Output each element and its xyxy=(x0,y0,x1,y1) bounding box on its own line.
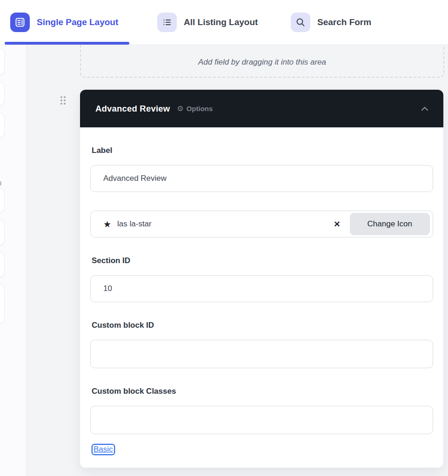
tab-label: Single Page Layout xyxy=(37,17,118,27)
section-title: Advanced Review xyxy=(95,104,170,114)
options-button[interactable]: ⚙ Options xyxy=(177,105,213,112)
tab-label: All Listing Layout xyxy=(184,17,258,27)
section-id-label: Section ID xyxy=(92,256,433,265)
advanced-review-section: Advanced Review ⚙ Options Label ★ las la… xyxy=(80,90,443,468)
sidebar-field-card[interactable] xyxy=(0,188,5,213)
section-body: Label ★ las la-star ✕ Change Icon Sectio… xyxy=(80,127,443,468)
gear-icon: ⚙ xyxy=(177,105,183,112)
tab-single-page-layout[interactable]: Single Page Layout xyxy=(10,13,118,32)
active-tab-underline xyxy=(5,42,129,45)
sidebar-field-card[interactable] xyxy=(0,284,5,324)
sidebar-field-card[interactable] xyxy=(0,219,5,245)
collapse-button[interactable] xyxy=(418,104,431,114)
tab-all-listing-layout[interactable]: All Listing Layout xyxy=(157,13,258,32)
single-page-layout-icon xyxy=(10,13,30,32)
tab-search-form[interactable]: Search Form xyxy=(291,13,371,32)
custom-block-id-label: Custom block ID xyxy=(92,321,433,330)
dropzone-hint: Add field by dragging it into this area xyxy=(198,58,326,67)
search-icon xyxy=(291,13,310,32)
star-icon: ★ xyxy=(103,219,111,230)
sidebar-field-card[interactable] xyxy=(0,82,5,106)
all-listing-layout-icon xyxy=(157,13,177,32)
icon-class-name: las la-star xyxy=(117,219,329,229)
sidebar-field-card[interactable] xyxy=(0,251,5,278)
basic-link[interactable]: Basic xyxy=(92,444,115,455)
chevron-up-icon xyxy=(421,106,428,111)
change-icon-button[interactable]: Change Icon xyxy=(350,213,430,235)
layout-tabbar: Single Page Layout All Listing Layout Se… xyxy=(0,0,448,45)
drag-handle-icon[interactable] xyxy=(60,96,67,106)
icon-picker-row: ★ las la-star ✕ Change Icon xyxy=(90,211,433,238)
close-icon[interactable]: ✕ xyxy=(329,218,345,231)
tab-label: Search Form xyxy=(317,17,371,27)
label-field-label: Label xyxy=(92,146,433,155)
sidebar-field-card[interactable] xyxy=(0,48,5,75)
options-label: Options xyxy=(187,105,213,112)
field-dropzone[interactable]: Add field by dragging it into this area xyxy=(80,40,444,78)
custom-block-id-input[interactable] xyxy=(90,340,433,368)
sidebar-field-card[interactable] xyxy=(0,112,5,138)
label-input[interactable] xyxy=(90,165,433,192)
custom-block-classes-input[interactable] xyxy=(90,406,433,434)
sidebar-caret-sliver xyxy=(0,181,1,185)
section-header[interactable]: Advanced Review ⚙ Options xyxy=(80,90,443,127)
section-id-input[interactable] xyxy=(90,275,433,302)
fields-sidebar xyxy=(0,45,27,476)
custom-block-classes-label: Custom block Classes xyxy=(92,387,433,396)
